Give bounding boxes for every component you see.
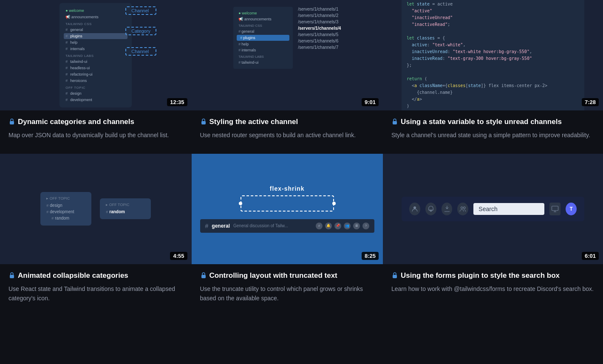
card-desc-1: Map over JSON data to dynamically build … bbox=[8, 131, 183, 140]
duration-badge-1: 12:35 bbox=[167, 98, 187, 106]
toolbar-monitor-icon bbox=[549, 203, 561, 215]
svg-rect-8 bbox=[552, 206, 558, 211]
toolbar-icon-help: ? bbox=[362, 223, 369, 229]
toolbar-pin-icon bbox=[442, 203, 453, 215]
card-state-variable: let state = active "active" "inactiveUnr… bbox=[383, 0, 603, 154]
card-title-6: Using the forms plugin to style the sear… bbox=[391, 271, 595, 280]
card-active-channel: ● welcome 📢 announcements TAILWIND CSS #… bbox=[192, 0, 383, 154]
toolbar-icon-pin: 📌 bbox=[334, 223, 341, 229]
card-title-1: Dynamic categories and channels bbox=[8, 117, 183, 127]
card-dynamic-categories: ● welcome 📢 announcements TAILWIND CSS #… bbox=[0, 0, 192, 154]
search-input-mock[interactable]: Search bbox=[473, 203, 544, 215]
card-title-3: Using a state variable to style unread c… bbox=[391, 117, 595, 127]
card-desc-5: Use the truncate utility to control whic… bbox=[200, 285, 375, 303]
card-desc-2: Use nested router segments to build an a… bbox=[200, 131, 375, 140]
lock-icon-1 bbox=[8, 118, 15, 125]
duration-badge-4: 4:55 bbox=[170, 252, 187, 260]
thumbnail-6[interactable]: Search T 6:01 bbox=[383, 154, 603, 264]
search-label: Search bbox=[478, 206, 497, 212]
toolbar-icon-monitor: 🖥 bbox=[353, 223, 360, 229]
svg-rect-0 bbox=[10, 121, 14, 124]
thumbnail-3[interactable]: let state = active "active" "inactiveUnr… bbox=[383, 0, 603, 110]
svg-rect-9 bbox=[393, 275, 397, 278]
duration-badge-3: 7:28 bbox=[582, 98, 599, 106]
svg-point-6 bbox=[461, 207, 463, 209]
svg-rect-4 bbox=[201, 275, 206, 278]
svg-point-7 bbox=[464, 207, 466, 209]
card-title-5: Controlling layout with truncated text bbox=[200, 271, 375, 280]
lock-icon-4 bbox=[8, 272, 15, 279]
svg-rect-1 bbox=[201, 121, 206, 124]
thumbnail-5[interactable]: flex-shrink # general General discussion… bbox=[192, 154, 383, 264]
toolbar-icon-hash: # bbox=[316, 223, 323, 229]
card-search-box: Search T 6:01 Using th bbox=[383, 154, 603, 316]
lock-icon-2 bbox=[200, 118, 207, 125]
thumbnail-2[interactable]: ● welcome 📢 announcements TAILWIND CSS #… bbox=[192, 0, 383, 110]
duration-badge-2: 9:01 bbox=[362, 98, 379, 106]
card-desc-4: Use React state and Tailwind transitions… bbox=[8, 285, 183, 303]
toolbar-people-icon bbox=[457, 203, 468, 215]
video-grid: ● welcome 📢 announcements TAILWIND CSS #… bbox=[0, 0, 603, 316]
duration-badge-5: 8:25 bbox=[362, 252, 379, 260]
lock-icon-6 bbox=[391, 272, 398, 279]
toolbar-person-icon bbox=[409, 203, 420, 215]
svg-rect-2 bbox=[393, 121, 397, 124]
toolbar-icon-bell: 🔔 bbox=[325, 223, 332, 229]
duration-badge-6: 6:01 bbox=[582, 252, 599, 260]
toolbar-icon-people: 👥 bbox=[344, 223, 351, 229]
toolbar-bell-icon bbox=[425, 203, 436, 215]
lock-icon-3 bbox=[391, 118, 398, 125]
card-truncated-text: flex-shrink # general General discussion… bbox=[192, 154, 383, 316]
thumbnail-1[interactable]: ● welcome 📢 announcements TAILWIND CSS #… bbox=[0, 0, 192, 110]
card-desc-6: Learn how to work with @tailwindcss/form… bbox=[391, 285, 595, 294]
svg-rect-3 bbox=[10, 275, 14, 278]
card-title-2: Styling the active channel bbox=[200, 117, 375, 127]
card-title-4: Animated collapsible categories bbox=[8, 271, 183, 280]
thumbnail-4[interactable]: ▸ OFF TOPIC #design #development #random… bbox=[0, 154, 192, 264]
svg-point-5 bbox=[413, 206, 416, 209]
lock-icon-5 bbox=[200, 272, 207, 279]
card-collapsible: ▸ OFF TOPIC #design #development #random… bbox=[0, 154, 192, 316]
toolbar-avatar-icon: T bbox=[566, 203, 577, 215]
card-desc-3: Style a channel's unread state using a s… bbox=[391, 131, 595, 140]
